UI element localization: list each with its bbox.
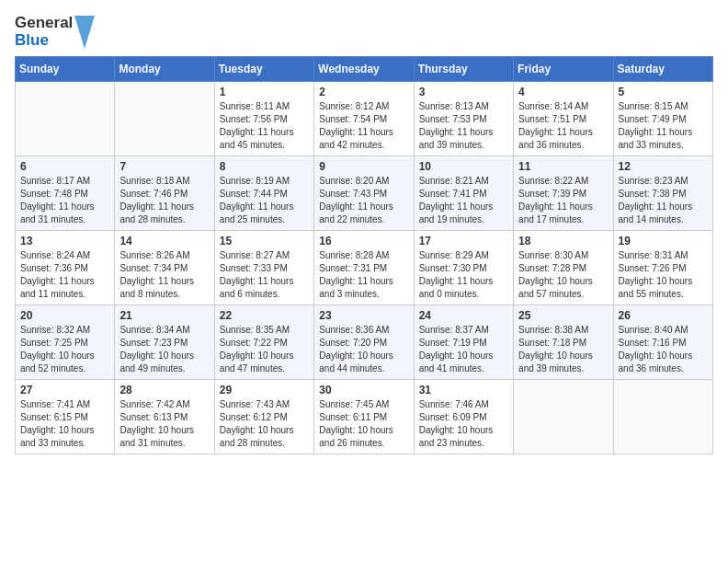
page-header: General Blue: [15, 15, 713, 49]
day-number: 10: [419, 160, 508, 173]
calendar-cell: [613, 380, 712, 454]
calendar-cell: 3Sunrise: 8:13 AM Sunset: 7:53 PM Daylig…: [414, 82, 513, 156]
day-number: 5: [619, 86, 708, 98]
day-number: 24: [419, 309, 508, 322]
day-info: Sunrise: 8:35 AM Sunset: 7:22 PM Dayligh…: [220, 324, 309, 375]
calendar-cell: 10Sunrise: 8:21 AM Sunset: 7:41 PM Dayli…: [414, 156, 513, 231]
calendar-cell: 23Sunrise: 8:36 AM Sunset: 7:20 PM Dayli…: [314, 305, 414, 380]
day-info: Sunrise: 8:27 AM Sunset: 7:33 PM Dayligh…: [220, 249, 309, 301]
calendar-week-row: 6Sunrise: 8:17 AM Sunset: 7:48 PM Daylig…: [16, 156, 713, 231]
logo-container: General Blue: [15, 15, 95, 49]
day-info: Sunrise: 8:11 AM Sunset: 7:56 PM Dayligh…: [220, 100, 309, 152]
day-info: Sunrise: 8:14 AM Sunset: 7:51 PM Dayligh…: [518, 100, 608, 152]
weekday-header: Thursday: [414, 57, 513, 82]
calendar-cell: 6Sunrise: 8:17 AM Sunset: 7:48 PM Daylig…: [16, 156, 115, 231]
day-info: Sunrise: 8:30 AM Sunset: 7:28 PM Dayligh…: [518, 249, 608, 301]
calendar-cell: 31Sunrise: 7:46 AM Sunset: 6:09 PM Dayli…: [414, 380, 513, 454]
calendar-week-row: 1Sunrise: 8:11 AM Sunset: 7:56 PM Daylig…: [16, 82, 713, 156]
day-info: Sunrise: 8:38 AM Sunset: 7:18 PM Dayligh…: [518, 324, 608, 375]
day-info: Sunrise: 8:13 AM Sunset: 7:53 PM Dayligh…: [419, 100, 508, 152]
calendar-cell: 16Sunrise: 8:28 AM Sunset: 7:31 PM Dayli…: [314, 231, 414, 305]
day-number: 17: [419, 235, 508, 247]
calendar-cell: 29Sunrise: 7:43 AM Sunset: 6:12 PM Dayli…: [214, 380, 313, 454]
day-info: Sunrise: 7:45 AM Sunset: 6:11 PM Dayligh…: [319, 398, 408, 450]
day-info: Sunrise: 8:40 AM Sunset: 7:16 PM Dayligh…: [619, 324, 708, 375]
calendar-table: SundayMondayTuesdayWednesdayThursdayFrid…: [15, 56, 713, 454]
day-number: 13: [20, 235, 109, 247]
day-number: 22: [220, 309, 309, 322]
day-info: Sunrise: 8:28 AM Sunset: 7:31 PM Dayligh…: [319, 249, 408, 301]
day-info: Sunrise: 7:41 AM Sunset: 6:15 PM Dayligh…: [20, 398, 109, 450]
svg-marker-0: [74, 16, 95, 49]
day-info: Sunrise: 8:20 AM Sunset: 7:43 PM Dayligh…: [319, 175, 408, 226]
day-number: 20: [20, 309, 109, 322]
calendar-week-row: 20Sunrise: 8:32 AM Sunset: 7:25 PM Dayli…: [16, 305, 713, 380]
day-number: 3: [419, 86, 508, 98]
day-info: Sunrise: 8:18 AM Sunset: 7:46 PM Dayligh…: [119, 175, 209, 226]
weekday-header: Sunday: [16, 57, 115, 82]
calendar-cell: 30Sunrise: 7:45 AM Sunset: 6:11 PM Dayli…: [314, 380, 414, 454]
calendar-cell: 28Sunrise: 7:42 AM Sunset: 6:13 PM Dayli…: [115, 380, 214, 454]
calendar-cell: [16, 82, 115, 156]
weekday-header: Saturday: [613, 57, 712, 82]
calendar-cell: 2Sunrise: 8:12 AM Sunset: 7:54 PM Daylig…: [314, 82, 414, 156]
calendar-cell: 27Sunrise: 7:41 AM Sunset: 6:15 PM Dayli…: [16, 380, 115, 454]
day-number: 4: [518, 86, 608, 98]
day-info: Sunrise: 8:37 AM Sunset: 7:19 PM Dayligh…: [419, 324, 508, 375]
day-number: 29: [220, 384, 309, 396]
day-info: Sunrise: 8:17 AM Sunset: 7:48 PM Dayligh…: [20, 175, 109, 226]
weekday-header-row: SundayMondayTuesdayWednesdayThursdayFrid…: [16, 57, 713, 82]
day-number: 2: [319, 86, 408, 98]
day-number: 31: [419, 384, 508, 396]
calendar-cell: 24Sunrise: 8:37 AM Sunset: 7:19 PM Dayli…: [414, 305, 513, 380]
day-info: Sunrise: 7:46 AM Sunset: 6:09 PM Dayligh…: [419, 398, 508, 450]
day-info: Sunrise: 7:43 AM Sunset: 6:12 PM Dayligh…: [220, 398, 309, 450]
weekday-header: Tuesday: [214, 57, 313, 82]
logo-general-text: General: [15, 15, 73, 32]
day-number: 15: [220, 235, 309, 247]
day-info: Sunrise: 7:42 AM Sunset: 6:13 PM Dayligh…: [119, 398, 209, 450]
logo-text: General Blue: [15, 15, 73, 49]
day-number: 11: [518, 160, 608, 173]
day-number: 27: [20, 384, 109, 396]
calendar-cell: 26Sunrise: 8:40 AM Sunset: 7:16 PM Dayli…: [613, 305, 712, 380]
day-info: Sunrise: 8:23 AM Sunset: 7:38 PM Dayligh…: [619, 175, 708, 226]
day-info: Sunrise: 8:24 AM Sunset: 7:36 PM Dayligh…: [20, 249, 109, 301]
day-info: Sunrise: 8:22 AM Sunset: 7:39 PM Dayligh…: [518, 175, 608, 226]
calendar-cell: 13Sunrise: 8:24 AM Sunset: 7:36 PM Dayli…: [16, 231, 115, 305]
day-number: 18: [518, 235, 608, 247]
day-number: 26: [619, 309, 708, 322]
day-info: Sunrise: 8:31 AM Sunset: 7:26 PM Dayligh…: [619, 249, 708, 301]
day-number: 7: [119, 160, 209, 173]
calendar-cell: 8Sunrise: 8:19 AM Sunset: 7:44 PM Daylig…: [214, 156, 313, 231]
day-number: 14: [119, 235, 209, 247]
day-number: 23: [319, 309, 408, 322]
calendar-cell: 11Sunrise: 8:22 AM Sunset: 7:39 PM Dayli…: [514, 156, 613, 231]
day-info: Sunrise: 8:32 AM Sunset: 7:25 PM Dayligh…: [20, 324, 109, 375]
day-info: Sunrise: 8:34 AM Sunset: 7:23 PM Dayligh…: [119, 324, 209, 375]
day-number: 12: [619, 160, 708, 173]
calendar-cell: 17Sunrise: 8:29 AM Sunset: 7:30 PM Dayli…: [414, 231, 513, 305]
day-number: 30: [319, 384, 408, 396]
logo-triangle-icon: [74, 16, 95, 49]
day-number: 25: [518, 309, 608, 322]
day-number: 21: [119, 309, 209, 322]
calendar-cell: 5Sunrise: 8:15 AM Sunset: 7:49 PM Daylig…: [613, 82, 712, 156]
day-number: 6: [20, 160, 109, 173]
calendar-cell: 4Sunrise: 8:14 AM Sunset: 7:51 PM Daylig…: [514, 82, 613, 156]
logo: General Blue: [15, 15, 95, 49]
calendar-week-row: 27Sunrise: 7:41 AM Sunset: 6:15 PM Dayli…: [16, 380, 713, 454]
day-number: 9: [319, 160, 408, 173]
day-number: 8: [220, 160, 309, 173]
day-info: Sunrise: 8:36 AM Sunset: 7:20 PM Dayligh…: [319, 324, 408, 375]
day-number: 28: [119, 384, 209, 396]
calendar-cell: 15Sunrise: 8:27 AM Sunset: 7:33 PM Dayli…: [214, 231, 313, 305]
calendar-cell: 25Sunrise: 8:38 AM Sunset: 7:18 PM Dayli…: [514, 305, 613, 380]
calendar-cell: [514, 380, 613, 454]
day-info: Sunrise: 8:12 AM Sunset: 7:54 PM Dayligh…: [319, 100, 408, 152]
day-info: Sunrise: 8:21 AM Sunset: 7:41 PM Dayligh…: [419, 175, 508, 226]
calendar-week-row: 13Sunrise: 8:24 AM Sunset: 7:36 PM Dayli…: [16, 231, 713, 305]
calendar-cell: 18Sunrise: 8:30 AM Sunset: 7:28 PM Dayli…: [514, 231, 613, 305]
day-info: Sunrise: 8:29 AM Sunset: 7:30 PM Dayligh…: [419, 249, 508, 301]
weekday-header: Friday: [514, 57, 613, 82]
